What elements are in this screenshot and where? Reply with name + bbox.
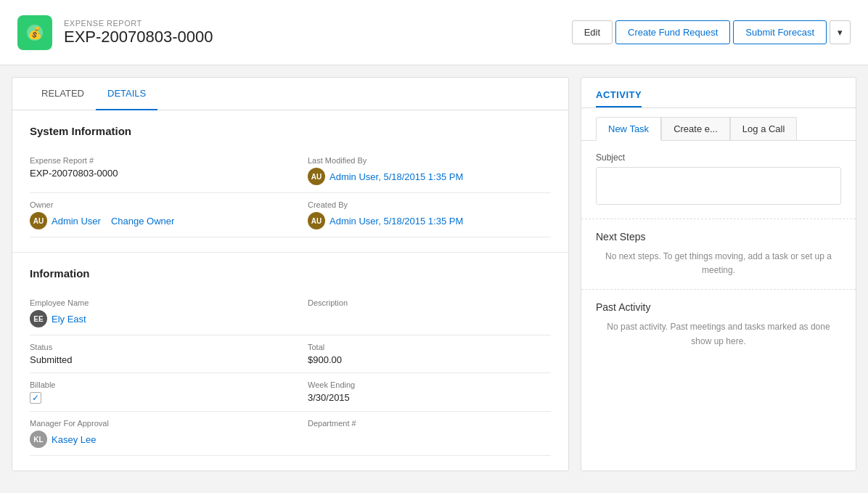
information-section: Information Employee Name EE Ely East De… [12,253,568,470]
activity-header: ACTIVITY [581,78,856,108]
tab-log-a-call[interactable]: Log a Call [730,117,798,140]
past-activity-empty-state: No past activity. Past meetings and task… [596,320,841,348]
activity-tabs: New Task Create e... Log a Call [581,108,856,141]
header-subtitle: EXPENSE REPORT [64,19,213,28]
ely-east-avatar: EE [30,310,47,327]
description-value [308,310,551,321]
billable-label: Billable [30,380,273,389]
employee-name-text[interactable]: Ely East [52,314,86,325]
tab-new-task[interactable]: New Task [596,117,661,141]
header: 💰 EXPENSE REPORT EXP-20070803-0000 Edit … [0,0,868,65]
next-steps-empty-state: No next steps. To get things moving, add… [596,250,841,277]
expense-report-field: Expense Report # EXP-20070803-0000 [30,149,290,193]
owner-avatar: AU [30,212,47,229]
last-modified-by-value: AU Admin User, 5/18/2015 1:35 PM [308,168,551,185]
header-left: 💰 EXPENSE REPORT EXP-20070803-0000 [17,15,213,50]
description-label: Description [308,298,551,307]
owner-field: Owner AU Admin User Change Owner [30,193,290,237]
main-content: RELATED DETAILS System Information Expen… [0,65,868,471]
week-ending-value: 3/30/2015 [308,392,551,403]
status-field: Status Submitted [30,335,290,373]
status-value: Submitted [30,354,273,365]
left-panel: RELATED DETAILS System Information Expen… [12,77,569,471]
edit-button[interactable]: Edit [572,20,613,44]
last-modified-by-text[interactable]: Admin User, 5/18/2015 1:35 PM [329,171,463,182]
created-by-text[interactable]: Admin User, 5/18/2015 1:35 PM [329,216,463,227]
change-owner-link[interactable]: Change Owner [111,216,174,227]
employee-name-value: EE Ely East [30,310,273,327]
past-activity-section: Past Activity No past activity. Past mee… [581,289,856,359]
activity-title: ACTIVITY [596,89,642,107]
last-modified-by-label: Last Modified By [308,156,551,165]
main-tabs: RELATED DETAILS [12,78,568,110]
next-steps-section: Next Steps No next steps. To get things … [581,219,856,289]
expense-report-value: EXP-20070803-0000 [30,168,273,179]
system-information-section: System Information Expense Report # EXP-… [12,110,568,252]
right-panel: ACTIVITY New Task Create e... Log a Call… [581,77,856,471]
system-information-title: System Information [30,125,551,137]
created-by-label: Created By [308,200,551,209]
information-fields: Employee Name EE Ely East Description St… [30,291,551,456]
tab-create-e[interactable]: Create e... [661,117,730,140]
total-field: Total $900.00 [290,335,551,373]
employee-name-field: Employee Name EE Ely East [30,291,290,335]
created-by-value: AU Admin User, 5/18/2015 1:35 PM [308,212,551,229]
create-fund-request-button[interactable]: Create Fund Request [615,20,730,44]
employee-name-label: Employee Name [30,298,273,307]
subject-input[interactable] [596,167,841,205]
department-label: Department # [308,419,551,428]
subject-label: Subject [596,152,841,163]
dropdown-button[interactable]: ▾ [830,20,851,44]
tab-details[interactable]: DETAILS [96,78,157,110]
next-steps-title: Next Steps [596,231,841,243]
billable-checkbox[interactable]: ✓ [30,392,41,404]
owner-label: Owner [30,200,273,209]
created-by-field: Created By AU Admin User, 5/18/2015 1:35… [290,193,551,237]
svg-text:💰: 💰 [28,26,42,40]
manager-for-approval-field: Manager For Approval KL Kasey Lee [30,412,290,456]
submit-forecast-button[interactable]: Submit Forecast [733,20,827,44]
owner-value: AU Admin User Change Owner [30,212,273,229]
owner-name[interactable]: Admin User [52,216,101,227]
past-activity-title: Past Activity [596,301,841,313]
system-information-fields: Expense Report # EXP-20070803-0000 Last … [30,149,551,237]
app-icon: 💰 [17,15,52,50]
status-label: Status [30,343,273,351]
manager-for-approval-value: KL Kasey Lee [30,431,273,448]
department-field: Department # [290,412,551,456]
tab-related[interactable]: RELATED [30,78,96,110]
activity-body: Subject [581,141,856,219]
week-ending-field: Week Ending 3/30/2015 [290,373,551,412]
admin-user-avatar-1: AU [308,168,325,185]
total-value: $900.00 [308,354,551,365]
billable-field: Billable ✓ [30,373,290,412]
manager-for-approval-text[interactable]: Kasey Lee [52,434,96,445]
header-title-block: EXPENSE REPORT EXP-20070803-0000 [64,19,213,46]
header-title: EXP-20070803-0000 [64,28,213,46]
kasey-lee-avatar: KL [30,431,47,448]
admin-user-avatar-2: AU [308,212,325,229]
department-value [308,431,551,441]
last-modified-by-field: Last Modified By AU Admin User, 5/18/201… [290,149,551,193]
description-field: Description [290,291,551,335]
week-ending-label: Week Ending [308,380,551,389]
total-label: Total [308,343,551,351]
manager-for-approval-label: Manager For Approval [30,419,273,428]
information-title: Information [30,267,551,280]
expense-report-label: Expense Report # [30,156,273,165]
header-actions: Edit Create Fund Request Submit Forecast… [572,20,851,44]
